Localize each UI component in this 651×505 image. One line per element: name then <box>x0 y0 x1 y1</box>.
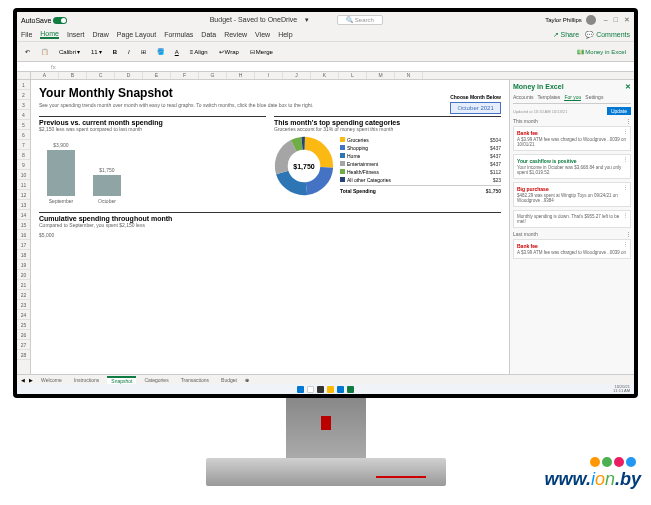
col-header[interactable]: M <box>367 72 395 79</box>
sheet-content[interactable]: Your Monthly Snapshot See your spending … <box>31 80 509 384</box>
close-button[interactable]: ✕ <box>624 16 630 24</box>
align-button[interactable]: ≡ Align <box>186 47 212 57</box>
col-header[interactable]: J <box>283 72 311 79</box>
row-header[interactable]: 16 <box>17 230 30 240</box>
row-header[interactable]: 18 <box>17 250 30 260</box>
row-header[interactable]: 20 <box>17 270 30 280</box>
tab-file[interactable]: File <box>21 31 32 38</box>
sheet-tab[interactable]: Snapshot <box>107 376 136 384</box>
row-header[interactable]: 2 <box>17 90 30 100</box>
toggle-on-icon[interactable] <box>53 17 67 24</box>
col-header[interactable]: L <box>339 72 367 79</box>
sheet-tab[interactable]: Transactions <box>177 377 213 383</box>
sheet-nav-prev[interactable]: ◀ <box>21 377 25 383</box>
insight-card[interactable]: Your cashflow is positiveYour income in … <box>513 154 631 179</box>
tab-home[interactable]: Home <box>40 30 59 39</box>
share-button[interactable]: ↗ Share <box>553 31 580 39</box>
tab-data[interactable]: Data <box>201 31 216 38</box>
italic-button[interactable]: I <box>124 47 134 57</box>
maximize-button[interactable]: □ <box>614 16 618 24</box>
more-icon[interactable]: ⋮ <box>623 129 628 134</box>
comments-button[interactable]: 💬 Comments <box>585 31 630 39</box>
sheet-tab[interactable]: Budget <box>217 377 241 383</box>
row-header[interactable]: 15 <box>17 220 30 230</box>
more-icon[interactable]: ⋮ <box>626 231 631 237</box>
more-icon[interactable]: ⋮ <box>623 242 628 247</box>
money-in-excel-button[interactable]: 💵 Money in Excel <box>573 46 630 57</box>
search-icon[interactable] <box>307 386 314 393</box>
insight-card[interactable]: Bank feeA $3.99 ATM fee was charged to W… <box>513 239 631 259</box>
more-icon[interactable]: ⋮ <box>623 213 628 218</box>
bold-button[interactable]: B <box>109 47 121 57</box>
sheet-tab[interactable]: Welcome <box>37 377 66 383</box>
row-header[interactable]: 24 <box>17 310 30 320</box>
col-header[interactable]: H <box>227 72 255 79</box>
row-header[interactable]: 7 <box>17 140 30 150</box>
tab-help[interactable]: Help <box>278 31 292 38</box>
row-header[interactable]: 28 <box>17 350 30 360</box>
row-header[interactable]: 22 <box>17 290 30 300</box>
new-sheet-button[interactable]: ⊕ <box>245 377 249 383</box>
row-header[interactable]: 6 <box>17 130 30 140</box>
tab-view[interactable]: View <box>255 31 270 38</box>
search-input[interactable]: 🔍 Search <box>337 15 383 25</box>
minimize-button[interactable]: – <box>604 16 608 24</box>
row-header[interactable]: 13 <box>17 200 30 210</box>
row-header[interactable]: 12 <box>17 190 30 200</box>
month-dropdown[interactable]: October 2021 <box>450 102 501 114</box>
pane-tab-foryou[interactable]: For you <box>564 94 581 101</box>
col-header[interactable]: N <box>395 72 423 79</box>
col-header[interactable]: K <box>311 72 339 79</box>
col-header[interactable]: F <box>171 72 199 79</box>
insight-card[interactable]: Bank feeA $3.99 ATM fee was charged to W… <box>513 126 631 151</box>
tab-review[interactable]: Review <box>224 31 247 38</box>
row-header[interactable]: 19 <box>17 260 30 270</box>
row-header[interactable]: 21 <box>17 280 30 290</box>
row-header[interactable]: 3 <box>17 100 30 110</box>
col-header[interactable]: E <box>143 72 171 79</box>
row-header[interactable]: 5 <box>17 120 30 130</box>
select-all-corner[interactable] <box>17 72 31 79</box>
row-header[interactable]: 23 <box>17 300 30 310</box>
row-header[interactable]: 8 <box>17 150 30 160</box>
fx-icon[interactable]: fx <box>47 64 60 70</box>
undo-button[interactable]: ↶ <box>21 46 34 57</box>
col-header[interactable]: D <box>115 72 143 79</box>
task-view-icon[interactable] <box>317 386 324 393</box>
insight-card[interactable]: Monthly spending is down. That's $955.27… <box>513 210 631 228</box>
more-icon[interactable]: ⋮ <box>623 157 628 162</box>
insight-card[interactable]: Big purchase$482.29 was spent at Wingtip… <box>513 182 631 207</box>
merge-button[interactable]: ⊟ Merge <box>246 46 277 57</box>
system-tray[interactable]: 10/20/21 11:11 AM <box>613 385 630 394</box>
more-icon[interactable]: ⋮ <box>623 185 628 190</box>
row-header[interactable]: 4 <box>17 110 30 120</box>
fontcolor-button[interactable]: A <box>171 47 183 57</box>
pane-close-button[interactable]: ✕ <box>625 83 631 91</box>
col-header[interactable]: C <box>87 72 115 79</box>
edge-icon[interactable] <box>337 386 344 393</box>
col-header[interactable]: B <box>59 72 87 79</box>
user-menu[interactable]: Taylor Phillips <box>545 15 596 25</box>
wrap-button[interactable]: ↩ Wrap <box>215 46 243 57</box>
row-header[interactable]: 10 <box>17 170 30 180</box>
excel-icon[interactable] <box>347 386 354 393</box>
tab-formulas[interactable]: Formulas <box>164 31 193 38</box>
pane-tab-settings[interactable]: Settings <box>585 94 603 101</box>
sheet-tab[interactable]: Instructions <box>70 377 104 383</box>
pane-tab-templates[interactable]: Templates <box>538 94 561 101</box>
col-header[interactable]: A <box>31 72 59 79</box>
pane-tab-accounts[interactable]: Accounts <box>513 94 534 101</box>
row-header[interactable]: 26 <box>17 330 30 340</box>
explorer-icon[interactable] <box>327 386 334 393</box>
tab-insert[interactable]: Insert <box>67 31 85 38</box>
sheet-tab[interactable]: Categories <box>140 377 172 383</box>
row-header[interactable]: 9 <box>17 160 30 170</box>
sheet-nav-next[interactable]: ▶ <box>29 377 33 383</box>
col-header[interactable]: G <box>199 72 227 79</box>
font-select[interactable]: Calibri ▾ <box>55 46 84 57</box>
tab-draw[interactable]: Draw <box>92 31 108 38</box>
paste-button[interactable]: 📋 <box>37 46 52 57</box>
row-header[interactable]: 14 <box>17 210 30 220</box>
formula-bar[interactable]: fx <box>17 62 634 72</box>
start-button[interactable] <box>297 386 304 393</box>
